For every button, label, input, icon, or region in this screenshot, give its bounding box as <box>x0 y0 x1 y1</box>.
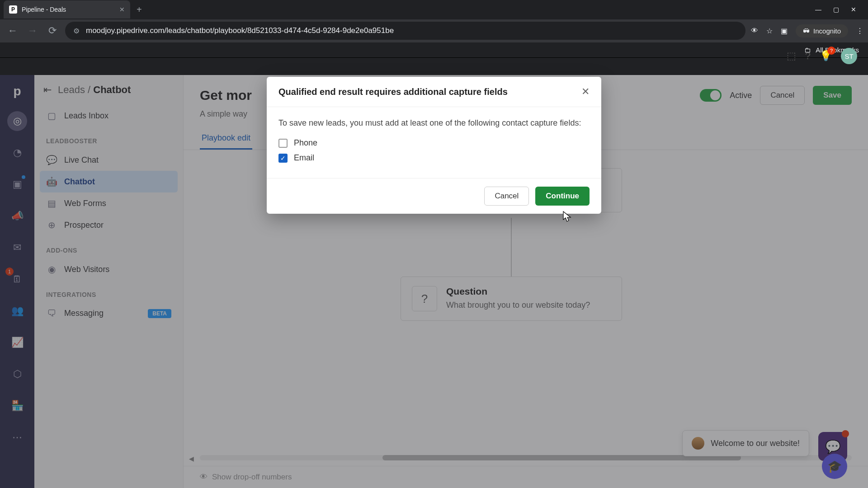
checkbox-label: Phone <box>294 138 317 148</box>
app-top-right: ⬚ ? 💡? ST <box>787 48 857 64</box>
help-icon[interactable]: ? <box>805 50 811 62</box>
incognito-icon: 🕶 <box>803 27 810 35</box>
new-tab-icon[interactable]: + <box>132 5 146 15</box>
address-bar: ← → ⟳ ⚙ moodjoy.pipedrive.com/leads/chat… <box>0 19 868 43</box>
checkbox-email[interactable]: ✓ <box>278 154 288 163</box>
eye-off-icon[interactable]: 👁 <box>751 27 758 35</box>
tab-title: Pipeline - Deals <box>22 6 66 13</box>
extension-icon[interactable]: ⬚ <box>787 50 796 62</box>
incognito-indicator[interactable]: 🕶 Incognito <box>796 24 848 38</box>
maximize-icon[interactable]: ▢ <box>833 6 839 13</box>
url-input[interactable]: ⚙ moodjoy.pipedrive.com/leads/chatbot/pl… <box>65 22 745 40</box>
minimize-icon[interactable]: — <box>815 6 821 13</box>
modal-cancel-button[interactable]: Cancel <box>484 187 529 206</box>
whatsnew-icon[interactable]: 💡? <box>820 50 832 62</box>
checkbox-label: Email <box>294 153 314 163</box>
close-tab-icon[interactable]: ✕ <box>119 6 125 13</box>
forward-icon: → <box>25 25 40 37</box>
browser-tab[interactable]: P Pipeline - Deals ✕ <box>4 0 130 19</box>
window-controls: — ▢ ✕ <box>815 6 864 13</box>
panel-icon[interactable]: ▣ <box>781 27 788 35</box>
browser-menu-icon[interactable]: ⋮ <box>856 27 863 35</box>
avatar[interactable]: ST <box>841 48 857 64</box>
modal-capture-fields: Qualified end result requires additional… <box>267 77 601 214</box>
modal-continue-button[interactable]: Continue <box>535 187 590 206</box>
modal-text: To save new leads, you must add at least… <box>278 117 590 129</box>
favicon: P <box>9 5 17 14</box>
tab-bar: P Pipeline - Deals ✕ + — ▢ ✕ <box>0 0 868 19</box>
bookmarks-bar: 🗀 All Bookmarks <box>0 42 868 58</box>
close-window-icon[interactable]: ✕ <box>851 6 856 13</box>
browser-chrome: P Pipeline - Deals ✕ + — ▢ ✕ ← → ⟳ ⚙ moo… <box>0 0 868 58</box>
checkbox-phone[interactable] <box>278 139 288 148</box>
star-icon[interactable]: ☆ <box>766 27 773 35</box>
site-settings-icon[interactable]: ⚙ <box>73 27 80 35</box>
close-icon[interactable]: ✕ <box>581 86 590 98</box>
url-text: moodjoy.pipedrive.com/leads/chatbot/play… <box>86 26 394 35</box>
modal-title: Qualified end result requires additional… <box>278 87 508 97</box>
back-icon[interactable]: ← <box>5 25 20 37</box>
whatsnew-badge: ? <box>827 47 835 55</box>
reload-icon[interactable]: ⟳ <box>45 25 60 37</box>
checkbox-row-email[interactable]: ✓ Email <box>278 153 590 163</box>
checkbox-row-phone[interactable]: Phone <box>278 138 590 148</box>
